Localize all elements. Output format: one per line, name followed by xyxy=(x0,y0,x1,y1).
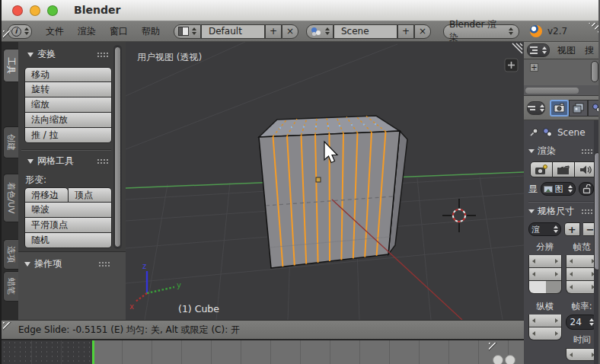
panel-grip-icon[interactable] xyxy=(98,261,110,267)
tab-render[interactable] xyxy=(550,100,569,117)
delete-layout-button[interactable]: × xyxy=(282,24,298,39)
axis-z-label: z xyxy=(142,262,146,270)
breadcrumb-scene-label[interactable]: Scene xyxy=(557,127,586,138)
button-push-pull[interactable]: 推 / 拉 xyxy=(24,128,112,143)
button-smooth-vertex[interactable]: 平滑顶点 xyxy=(24,218,112,233)
outliner-body[interactable]: + xyxy=(524,59,600,85)
tab-create[interactable]: 创建 xyxy=(3,126,18,158)
speaker-icon xyxy=(579,164,592,175)
menu-window[interactable]: 窗口 xyxy=(110,25,128,38)
expand-properties-region-button[interactable] xyxy=(505,59,518,72)
info-header-bar: i 文件 渲染 窗口 帮助 Default + × Scene + × xyxy=(2,21,600,42)
render-still-button[interactable] xyxy=(530,161,553,177)
cursor-3d[interactable] xyxy=(442,199,476,232)
aspect-y-slider[interactable] xyxy=(528,327,562,340)
panel-grip-icon[interactable] xyxy=(97,158,108,164)
scene-name-field[interactable]: Scene xyxy=(334,24,397,39)
resolution-y-slider[interactable] xyxy=(528,268,562,281)
tab-grease-pencil[interactable]: 蜡笔 xyxy=(3,271,18,302)
timeline[interactable] xyxy=(2,339,524,364)
outliner-search-menu[interactable]: 搜 xyxy=(585,44,594,57)
scene-selector[interactable] xyxy=(306,24,334,39)
resolution-x-slider[interactable] xyxy=(528,255,562,268)
button-rotate[interactable]: 旋转 xyxy=(24,82,112,97)
close-window-button[interactable] xyxy=(12,5,23,16)
render-animation-button[interactable] xyxy=(553,161,575,177)
menu-render[interactable]: 渲染 xyxy=(78,25,96,38)
tab-shading-uv[interactable]: 着色/UV xyxy=(3,174,18,222)
panel-header-render[interactable]: 渲染 xyxy=(528,145,598,158)
outliner-view-menu[interactable]: 视图 xyxy=(557,44,576,57)
spinner-icon xyxy=(540,104,544,112)
clapperboard-icon xyxy=(557,164,570,175)
right-column: 视图 搜 + a xyxy=(524,42,600,364)
scrollbar-thumb[interactable] xyxy=(114,46,121,247)
properties-content: Scene 渲染 xyxy=(524,120,600,364)
corner-grip-icon[interactable] xyxy=(512,43,522,53)
display-mode-dropdown[interactable]: 图 xyxy=(541,182,576,196)
menu-file[interactable]: 文件 xyxy=(46,25,64,38)
current-frame-marker[interactable] xyxy=(92,340,94,364)
camera-icon xyxy=(554,103,566,113)
screen-layout-selector[interactable] xyxy=(174,24,201,39)
panel-grip-icon[interactable] xyxy=(97,52,108,57)
timeline-handle-icon[interactable] xyxy=(505,355,515,364)
plus-icon: + xyxy=(402,26,410,37)
button-shrink-fatten[interactable]: 法向缩放 xyxy=(24,113,112,128)
scrollbar-thumb[interactable] xyxy=(525,88,579,94)
button-vertex-slide[interactable]: 顶点 xyxy=(69,187,112,203)
object-info-label: (1) Cube xyxy=(178,303,219,315)
minimize-window-button[interactable] xyxy=(30,5,40,16)
outliner-expand-icon[interactable]: + xyxy=(530,63,538,72)
properties-editor-type-button[interactable] xyxy=(527,101,545,115)
outliner-editor-type-button[interactable] xyxy=(527,43,550,57)
outliner-hscrollbar[interactable] xyxy=(524,85,600,96)
resolution-label: 分辨 xyxy=(528,241,562,253)
button-scale[interactable]: 缩放 xyxy=(24,97,112,113)
tab-tools[interactable]: 工具 xyxy=(3,49,18,82)
render-engine-dropdown[interactable]: Blender 渲染 xyxy=(443,24,519,39)
scrollbar-thumb[interactable] xyxy=(594,152,600,270)
corner-grip-icon[interactable] xyxy=(489,343,500,354)
tab-scene[interactable] xyxy=(588,100,600,117)
viewport-3d[interactable]: z y x 用户视图 (透视) (1) Cube xyxy=(126,42,524,320)
panel-header-transform[interactable]: 变换 xyxy=(27,48,108,61)
delete-scene-button[interactable]: × xyxy=(414,24,431,39)
tab-render-layers[interactable] xyxy=(569,100,588,117)
maximize-window-button[interactable] xyxy=(47,5,58,16)
button-translate[interactable]: 移动 xyxy=(24,67,112,82)
panel-header-mesh-tools[interactable]: 网格工具 xyxy=(27,155,108,168)
add-preset-button[interactable]: + xyxy=(564,222,580,236)
add-scene-button[interactable]: + xyxy=(397,24,414,39)
button-noise[interactable]: 噪波 xyxy=(24,203,112,218)
divider xyxy=(21,149,111,150)
panel-grip-icon[interactable] xyxy=(581,148,592,154)
layout-name-field[interactable]: Default xyxy=(201,24,265,39)
render-presets-dropdown[interactable]: 渲 xyxy=(528,222,561,236)
axis-x-label: x xyxy=(129,302,134,311)
button-randomize[interactable]: 随机 xyxy=(24,233,112,248)
aspect-x-slider[interactable] xyxy=(528,315,562,327)
panel-header-dimensions[interactable]: 规格尺寸 xyxy=(528,205,598,218)
viewport-canvas[interactable]: z y x 用户视图 (透视) (1) Cube xyxy=(126,42,524,320)
tool-shelf-scrollbar[interactable] xyxy=(113,45,122,249)
panel-header-operator[interactable]: 操作项 xyxy=(24,257,110,270)
menu-help[interactable]: 帮助 xyxy=(142,25,160,38)
outliner-scrollbar[interactable] xyxy=(591,61,598,82)
add-layout-button[interactable]: + xyxy=(265,24,282,39)
axis-gizmo: z y x xyxy=(129,262,181,311)
resolution-percentage-slider[interactable] xyxy=(528,281,562,294)
outliner-icon xyxy=(530,46,538,54)
close-icon: × xyxy=(286,26,294,37)
unlock-icon xyxy=(582,184,591,193)
render-presets-row: 渲 + − xyxy=(528,222,598,236)
scene-balls-icon xyxy=(592,103,600,113)
display-row: 显 图 xyxy=(528,182,598,196)
pin-icon[interactable] xyxy=(528,127,538,138)
tab-options[interactable]: 选项 xyxy=(3,239,18,270)
lock-interface-button[interactable] xyxy=(579,182,594,196)
panel-grip-icon[interactable] xyxy=(581,209,592,214)
collapse-triangle-icon xyxy=(528,209,535,213)
button-edge-slide[interactable]: 滑移边 xyxy=(24,187,69,203)
timeline-handle-icon[interactable] xyxy=(493,355,503,364)
